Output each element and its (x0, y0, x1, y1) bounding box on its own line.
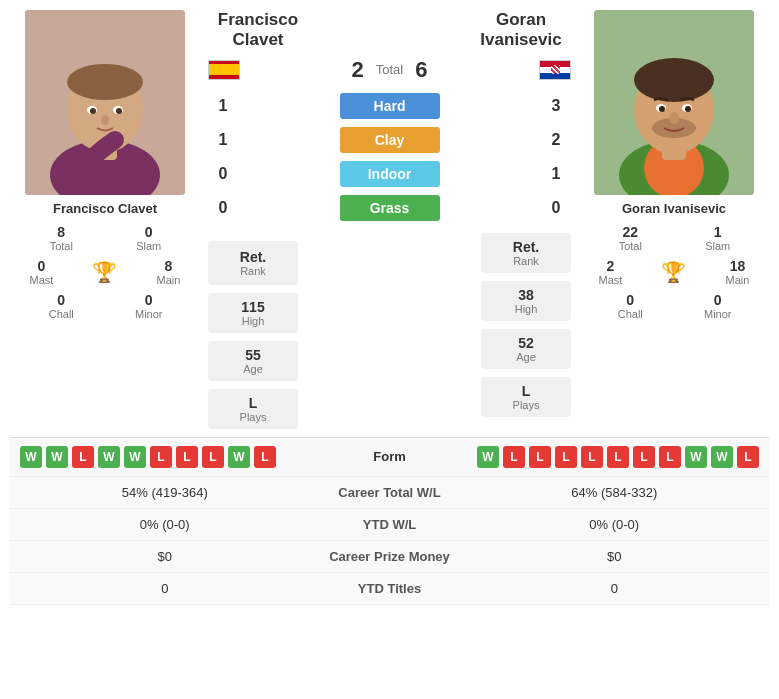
left-high-label: High (212, 315, 294, 327)
left-ytd-wl: 0% (0-0) (20, 517, 310, 532)
total-left: 2 (352, 57, 364, 83)
left-slam: 0 Slam (106, 222, 192, 254)
spain-flag (208, 60, 240, 80)
left-rank-label: Rank (212, 265, 294, 277)
form-badge-l: L (659, 446, 681, 468)
hard-right-score: 3 (541, 97, 571, 115)
right-rank-value: Ret. (485, 239, 567, 255)
surface-row-clay: 1 Clay 2 (208, 127, 571, 153)
left-ytd-titles: 0 (20, 581, 310, 596)
form-badge-l: L (737, 446, 759, 468)
right-high-box: 38 High (481, 281, 571, 321)
left-age-label: Age (212, 363, 294, 375)
form-badge-w: W (685, 446, 707, 468)
svg-point-21 (685, 106, 691, 112)
left-minor: 0 Minor (106, 290, 192, 322)
left-total: 8 Total (19, 222, 105, 254)
names-row: Francisco Clavet Goran Ivanisevic (208, 10, 571, 51)
left-plays-box: L Plays (208, 389, 298, 429)
form-badge-l: L (202, 446, 224, 468)
right-ytd-wl: 0% (0-0) (470, 517, 760, 532)
left-high-box: 115 High (208, 293, 298, 333)
total-label: Total (376, 62, 403, 77)
right-chall: 0 Chall (588, 290, 674, 322)
right-player-panel: Goran Ivanisevic 22 Total 1 Slam 2 Mast … (579, 10, 769, 429)
left-high-value: 115 (212, 299, 294, 315)
form-badge-l: L (633, 446, 655, 468)
indoor-left-score: 0 (208, 165, 238, 183)
svg-point-22 (669, 112, 679, 124)
right-form-badges: WLLLLLLLWWL (450, 446, 760, 468)
left-main: 8 Main (157, 258, 181, 286)
right-flag-area (539, 60, 571, 80)
form-badge-l: L (581, 446, 603, 468)
svg-point-16 (634, 58, 714, 102)
right-main: 18 Main (726, 258, 750, 286)
left-age-box: 55 Age (208, 341, 298, 381)
form-badge-l: L (503, 446, 525, 468)
clay-left-score: 1 (208, 131, 238, 149)
center-info-boxes: Ret. Rank 115 High 55 Age L Plays (208, 233, 571, 429)
left-player-silhouette (25, 10, 185, 195)
right-age-label: Age (485, 351, 567, 363)
grass-left-score: 0 (208, 199, 238, 217)
right-plays-value: L (485, 383, 567, 399)
bottom-section: WWLWWLLLWL Form WLLLLLLLWWL 54% (419-364… (10, 437, 769, 605)
left-player-panel: Francisco Clavet 8 Total 0 Slam 0 Mast (10, 10, 200, 429)
career-wl-label: Career Total W/L (310, 485, 470, 500)
surface-rows: 1 Hard 3 1 Clay 2 0 Indoor 1 0 Grass (208, 93, 571, 221)
right-minor: 0 Minor (675, 290, 761, 322)
form-badge-w: W (124, 446, 146, 468)
form-badge-l: L (529, 446, 551, 468)
croatia-flag (539, 60, 571, 80)
left-stats-grid: 8 Total 0 Slam 0 Mast 🏆 8 Main (10, 222, 200, 322)
right-total: 22 Total (588, 222, 674, 254)
total-right: 6 (415, 57, 427, 83)
right-name-center: Goran Ivanisevic (471, 10, 571, 51)
form-badge-l: L (607, 446, 629, 468)
left-rank-box: Ret. Rank (208, 241, 298, 285)
indoor-badge: Indoor (340, 161, 440, 187)
right-trophy-icon: 🏆 (661, 260, 686, 284)
right-rank-box: Ret. Rank (481, 233, 571, 273)
surface-row-indoor: 0 Indoor 1 (208, 161, 571, 187)
right-career-wl: 64% (584-332) (470, 485, 760, 500)
ytd-titles-row: 0 YTD Titles 0 (10, 573, 769, 605)
svg-point-4 (67, 64, 143, 100)
form-badge-l: L (150, 446, 172, 468)
prize-row: $0 Career Prize Money $0 (10, 541, 769, 573)
right-slam: 1 Slam (675, 222, 761, 254)
left-player-photo (25, 10, 185, 195)
indoor-right-score: 1 (541, 165, 571, 183)
right-prize: $0 (470, 549, 760, 564)
clay-badge: Clay (340, 127, 440, 153)
grass-badge: Grass (340, 195, 440, 221)
right-rank-label: Rank (485, 255, 567, 267)
right-ytd-titles: 0 (470, 581, 760, 596)
svg-point-9 (101, 115, 109, 125)
form-badge-w: W (20, 446, 42, 468)
surface-row-grass: 0 Grass 0 (208, 195, 571, 221)
ytd-titles-label: YTD Titles (310, 581, 470, 596)
right-player-name: Goran Ivanisevic (622, 201, 726, 216)
right-center-info: Ret. Rank 38 High 52 Age L Plays (481, 233, 571, 429)
top-section: Francisco Clavet 8 Total 0 Slam 0 Mast (10, 10, 769, 429)
ytd-wl-label: YTD W/L (310, 517, 470, 532)
right-plays-label: Plays (485, 399, 567, 411)
right-age-box: 52 Age (481, 329, 571, 369)
form-badge-w: W (228, 446, 250, 468)
surface-row-hard: 1 Hard 3 (208, 93, 571, 119)
left-rank-value: Ret. (212, 249, 294, 265)
svg-point-20 (659, 106, 665, 112)
right-trophy-row: 2 Mast 🏆 18 Main (579, 258, 769, 286)
left-center-info: Ret. Rank 115 High 55 Age L Plays (208, 233, 298, 429)
center-panel: Francisco Clavet Goran Ivanisevic (200, 10, 579, 429)
right-player-photo (594, 10, 754, 195)
left-plays-value: L (212, 395, 294, 411)
right-high-value: 38 (485, 287, 567, 303)
right-player-silhouette (594, 10, 754, 195)
left-prize: $0 (20, 549, 310, 564)
right-high-label: High (485, 303, 567, 315)
right-plays-box: L Plays (481, 377, 571, 417)
totals-center: 2 Total 6 (352, 57, 428, 83)
